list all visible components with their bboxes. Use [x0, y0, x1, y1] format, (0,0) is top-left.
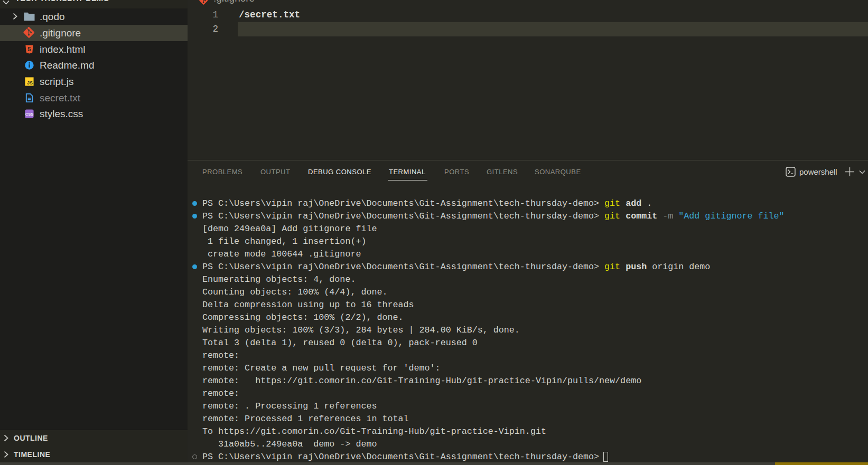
svg-text:5: 5	[27, 46, 31, 52]
svg-text:CSS: CSS	[25, 112, 34, 117]
svg-text:JS: JS	[27, 80, 33, 86]
